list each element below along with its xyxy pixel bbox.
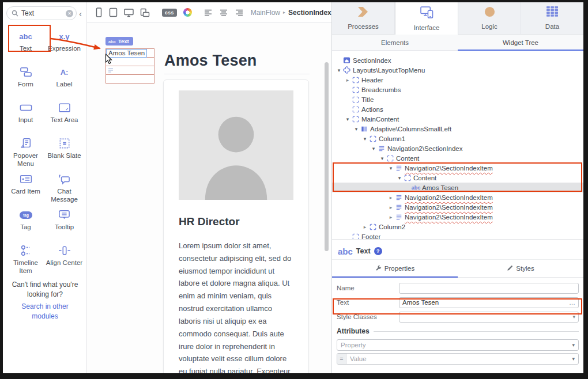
text-input[interactable]: Amos Tesen… [399, 297, 579, 308]
profile-card[interactable]: HR Director Lorem ipsum dolor sit amet, … [163, 79, 309, 373]
card-body-text[interactable]: Lorem ipsum dolor sit amet, consectetur … [179, 240, 293, 373]
caret-right-icon[interactable]: ▸ [387, 214, 394, 220]
dropdown-caret-icon[interactable]: ▾ [572, 314, 575, 320]
tree-item-navigation2-sectionindexitem[interactable]: ▾Navigation2\SectionIndexItem [332, 163, 583, 173]
toolbox-item-popover-menu[interactable]: Popover Menu [6, 134, 45, 169]
tree-item-navigation2-sectionindex[interactable]: ▾Navigation2\SectionIndex [332, 143, 583, 153]
dropdown-caret-icon[interactable]: ▾ [572, 342, 578, 348]
toolbox-item-text[interactable]: abcText [6, 26, 45, 62]
theme-colors-icon[interactable] [183, 8, 192, 17]
clear-search-icon[interactable]: ✕ [66, 10, 73, 17]
rotate-device-icon[interactable] [140, 8, 150, 17]
tree-item-navigation2-sectionindexitem[interactable]: ▸Navigation2\SectionIndexItem [332, 192, 583, 202]
tab-data[interactable]: Data [521, 2, 583, 34]
form-icon [20, 65, 32, 79]
tree-item-navigation2-sectionindexitem[interactable]: ▸Navigation2\SectionIndexItem [332, 202, 583, 212]
tree-item-content[interactable]: ▾Content [332, 173, 583, 183]
tree-item-actions[interactable]: Actions [332, 104, 583, 114]
toolbox-item-label: Label [56, 81, 72, 89]
breadcrumb-flow-link[interactable]: MainFlow [251, 9, 280, 17]
placeholder-icon [351, 106, 360, 113]
tab-properties[interactable]: Properties [332, 260, 458, 277]
caret-down-icon[interactable]: ▾ [387, 165, 394, 171]
section-index-widget[interactable]: Amos Tesen [105, 48, 154, 84]
tree-item-amos-tesen[interactable]: abcAmos Tesen [332, 183, 583, 192]
caret-down-icon[interactable]: ▾ [379, 156, 386, 161]
tab-interface[interactable]: Interface [395, 2, 458, 35]
toolbox-item-input[interactable]: Input [6, 98, 45, 134]
align-right-icon[interactable] [235, 9, 244, 16]
tab-elements[interactable]: Elements [332, 35, 458, 50]
caret-right-icon[interactable]: ▸ [344, 77, 351, 83]
tree-item-navigation2-sectionindexitem[interactable]: ▸Navigation2\SectionIndexItem [332, 212, 583, 222]
tree-item-header[interactable]: ▸Header [332, 75, 583, 85]
card-heading[interactable]: HR Director [179, 215, 293, 228]
toolbox-item-tag[interactable]: tagTag [6, 205, 45, 241]
section-index-item[interactable] [105, 66, 154, 75]
list-icon [394, 194, 403, 201]
toolbox-item-align-center[interactable]: Align Center [45, 241, 84, 276]
preview-desktop-icon[interactable] [124, 8, 134, 17]
property-label: Text [337, 299, 399, 306]
style-classes-input[interactable]: ▾ [399, 312, 579, 323]
align-center-icon[interactable] [220, 9, 229, 16]
preview-tablet-icon[interactable] [109, 7, 118, 17]
tree-item-column2[interactable]: ▸Column2 [332, 222, 583, 232]
collapse-panel-icon[interactable]: ‹ [79, 9, 82, 18]
search-input[interactable]: Text ✕ [6, 6, 77, 20]
toolbox-item-blank-slate[interactable]: Blank Slate [45, 134, 84, 169]
toolbox-item-label: Tag [20, 223, 31, 232]
tree-item-column1[interactable]: ▾Column1 [332, 134, 583, 143]
caret-right-icon[interactable]: ▸ [361, 224, 368, 230]
placeholder-icon [351, 86, 360, 93]
search-other-modules-link[interactable]: Search in other modules [7, 302, 82, 322]
tab-widget-tree[interactable]: Widget Tree [458, 35, 583, 50]
tree-item-layouts-layouttopmenu[interactable]: ▾Layouts\LayoutTopMenu [332, 65, 583, 75]
section-index-item[interactable]: Amos Tesen [105, 48, 154, 58]
expand-editor-button[interactable]: … [569, 299, 575, 306]
toolbox-item-label[interactable]: A:Label [45, 62, 84, 98]
popover-menu-icon [20, 136, 32, 151]
tree-item-title[interactable]: Title [332, 94, 583, 104]
tree-item-adaptive-columnssmallleft[interactable]: ▾Adaptive\ColumnsSmallLeft [332, 124, 583, 134]
toolbox-item-text-area[interactable]: Text Area [45, 98, 84, 134]
toolbox-item-form[interactable]: Form [6, 62, 45, 98]
help-icon[interactable]: ? [374, 247, 382, 255]
canvas-scrollbar[interactable] [325, 62, 329, 251]
selected-text-widget[interactable]: Amos Tesen [106, 49, 147, 58]
caret-down-icon[interactable]: ▾ [396, 175, 403, 181]
toolbox-item-tooltip[interactable]: Tooltip [45, 205, 84, 241]
preview-phone-icon[interactable] [95, 7, 103, 17]
toolbox-item-chat-message[interactable]: Chat Message [45, 169, 84, 205]
caret-right-icon[interactable]: ▸ [387, 195, 394, 200]
caret-down-icon[interactable]: ▾ [370, 146, 377, 151]
page-title[interactable]: Amos Tesen [164, 52, 257, 70]
caret-down-icon[interactable]: ▾ [361, 136, 368, 142]
webblock-icon [342, 66, 351, 74]
tree-item-content[interactable]: ▾Content [332, 153, 583, 163]
attribute-property-select[interactable]: Property▾ [337, 339, 579, 351]
attribute-value-select[interactable]: =Value▾ [337, 353, 579, 365]
tab-styles[interactable]: Styles [458, 260, 583, 277]
section-index-item[interactable] [105, 57, 154, 66]
css-editor-button[interactable]: css [162, 9, 177, 17]
toolbox-item-card-item[interactable]: Card Item [6, 169, 45, 205]
caret-down-icon[interactable]: ▾ [344, 116, 351, 122]
dropdown-caret-icon[interactable]: ▾ [572, 356, 578, 362]
toolbox-item-expression[interactable]: x.yExpression [45, 26, 84, 62]
tree-item-sectionindex[interactable]: SectionIndex [332, 55, 583, 65]
caret-right-icon[interactable]: ▸ [387, 204, 394, 210]
caret-down-icon[interactable]: ▾ [353, 126, 360, 132]
section-index-item[interactable] [105, 74, 154, 84]
align-left-icon[interactable] [204, 9, 213, 16]
tab-logic[interactable]: Logic [458, 2, 521, 34]
avatar-placeholder-image[interactable] [179, 90, 293, 200]
select-placeholder: Property [337, 342, 365, 348]
toolbox-item-timeline-item[interactable]: Timeline Item [6, 241, 45, 276]
tree-item-breadcrumbs[interactable]: Breadcrumbs [332, 85, 583, 94]
caret-down-icon[interactable]: ▾ [336, 67, 342, 73]
tab-processes[interactable]: Processes [332, 2, 395, 34]
abc-icon: abc [412, 185, 420, 191]
name-input[interactable] [399, 283, 579, 294]
tree-item-maincontent[interactable]: ▾MainContent [332, 114, 583, 124]
